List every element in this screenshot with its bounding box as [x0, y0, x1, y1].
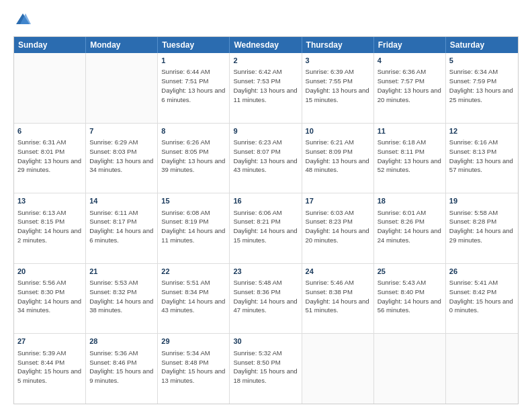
day-number: 10 — [306, 126, 370, 136]
calendar-row: 6Sunrise: 6:31 AM Sunset: 8:01 PM Daylig… — [14, 123, 518, 193]
day-info: Sunrise: 6:21 AM Sunset: 8:09 PM Dayligh… — [306, 138, 370, 175]
day-number: 24 — [306, 267, 370, 277]
logo — [13, 11, 35, 30]
day-number: 11 — [378, 126, 442, 136]
calendar-cell: 26Sunrise: 5:41 AM Sunset: 8:42 PM Dayli… — [446, 264, 518, 334]
day-info: Sunrise: 6:23 AM Sunset: 8:07 PM Dayligh… — [233, 138, 298, 175]
day-info: Sunrise: 6:42 AM Sunset: 7:53 PM Dayligh… — [233, 67, 298, 104]
day-info: Sunrise: 6:03 AM Sunset: 8:23 PM Dayligh… — [306, 208, 370, 245]
day-number: 14 — [89, 196, 154, 206]
calendar-cell: 4Sunrise: 6:36 AM Sunset: 7:57 PM Daylig… — [374, 53, 446, 123]
day-number: 9 — [233, 126, 298, 136]
calendar-cell: 24Sunrise: 5:46 AM Sunset: 8:38 PM Dayli… — [302, 264, 374, 334]
logo-icon — [13, 11, 32, 30]
day-info: Sunrise: 6:18 AM Sunset: 8:11 PM Dayligh… — [378, 138, 442, 175]
calendar-body: 1Sunrise: 6:44 AM Sunset: 7:51 PM Daylig… — [14, 53, 518, 404]
calendar-cell — [302, 334, 374, 404]
weekday-header: Friday — [374, 37, 446, 53]
day-info: Sunrise: 6:34 AM Sunset: 7:59 PM Dayligh… — [449, 67, 515, 104]
day-info: Sunrise: 5:58 AM Sunset: 8:28 PM Dayligh… — [449, 208, 515, 245]
day-info: Sunrise: 5:39 AM Sunset: 8:44 PM Dayligh… — [17, 349, 82, 385]
calendar-cell: 30Sunrise: 5:32 AM Sunset: 8:50 PM Dayli… — [230, 334, 302, 404]
day-number: 3 — [306, 56, 370, 66]
calendar-cell — [86, 53, 158, 123]
calendar-cell: 23Sunrise: 5:48 AM Sunset: 8:36 PM Dayli… — [230, 264, 302, 334]
day-info: Sunrise: 5:53 AM Sunset: 8:32 PM Dayligh… — [89, 278, 154, 315]
day-number: 29 — [161, 336, 226, 347]
calendar-cell: 5Sunrise: 6:34 AM Sunset: 7:59 PM Daylig… — [446, 53, 518, 123]
day-number: 22 — [161, 267, 226, 277]
day-number: 8 — [161, 126, 226, 136]
calendar-cell: 29Sunrise: 5:34 AM Sunset: 8:48 PM Dayli… — [158, 334, 230, 404]
calendar: SundayMondayTuesdayWednesdayThursdayFrid… — [13, 36, 519, 404]
calendar-cell: 13Sunrise: 6:13 AM Sunset: 8:15 PM Dayli… — [14, 193, 86, 263]
weekday-header: Sunday — [14, 37, 86, 53]
day-info: Sunrise: 5:34 AM Sunset: 8:48 PM Dayligh… — [161, 349, 226, 385]
calendar-cell — [374, 334, 446, 404]
calendar-cell: 27Sunrise: 5:39 AM Sunset: 8:44 PM Dayli… — [14, 334, 86, 404]
calendar-cell: 11Sunrise: 6:18 AM Sunset: 8:11 PM Dayli… — [374, 124, 446, 193]
day-number: 1 — [161, 56, 226, 66]
header — [13, 11, 519, 30]
calendar-cell: 22Sunrise: 5:51 AM Sunset: 8:34 PM Dayli… — [158, 264, 230, 334]
day-number: 27 — [17, 336, 82, 347]
calendar-cell: 14Sunrise: 6:11 AM Sunset: 8:17 PM Dayli… — [86, 193, 158, 263]
day-info: Sunrise: 6:36 AM Sunset: 7:57 PM Dayligh… — [378, 67, 442, 104]
day-number: 18 — [378, 196, 442, 206]
calendar-cell — [446, 334, 518, 404]
calendar-cell — [14, 53, 86, 123]
page: SundayMondayTuesdayWednesdayThursdayFrid… — [0, 0, 532, 411]
day-number: 15 — [161, 196, 226, 206]
weekday-header: Saturday — [446, 37, 518, 53]
day-number: 5 — [449, 56, 515, 66]
calendar-cell: 15Sunrise: 6:08 AM Sunset: 8:19 PM Dayli… — [158, 193, 230, 263]
day-info: Sunrise: 6:08 AM Sunset: 8:19 PM Dayligh… — [161, 208, 226, 245]
day-info: Sunrise: 5:56 AM Sunset: 8:30 PM Dayligh… — [17, 278, 82, 315]
day-number: 16 — [233, 196, 298, 206]
day-info: Sunrise: 6:13 AM Sunset: 8:15 PM Dayligh… — [17, 208, 82, 245]
calendar-cell: 25Sunrise: 5:43 AM Sunset: 8:40 PM Dayli… — [374, 264, 446, 334]
day-number: 12 — [449, 126, 515, 136]
day-info: Sunrise: 6:11 AM Sunset: 8:17 PM Dayligh… — [89, 208, 154, 245]
day-number: 30 — [233, 336, 298, 347]
day-number: 13 — [17, 196, 82, 206]
day-number: 26 — [449, 267, 515, 277]
calendar-cell: 9Sunrise: 6:23 AM Sunset: 8:07 PM Daylig… — [230, 124, 302, 193]
day-info: Sunrise: 6:29 AM Sunset: 8:03 PM Dayligh… — [89, 138, 154, 175]
day-info: Sunrise: 5:36 AM Sunset: 8:46 PM Dayligh… — [89, 349, 154, 385]
calendar-cell: 6Sunrise: 6:31 AM Sunset: 8:01 PM Daylig… — [14, 124, 86, 193]
day-info: Sunrise: 5:32 AM Sunset: 8:50 PM Dayligh… — [233, 349, 298, 385]
calendar-header-row: SundayMondayTuesdayWednesdayThursdayFrid… — [14, 37, 518, 53]
calendar-cell: 3Sunrise: 6:39 AM Sunset: 7:55 PM Daylig… — [302, 53, 374, 123]
day-info: Sunrise: 5:48 AM Sunset: 8:36 PM Dayligh… — [233, 278, 298, 315]
weekday-header: Wednesday — [230, 37, 302, 53]
weekday-header: Monday — [86, 37, 158, 53]
calendar-cell: 19Sunrise: 5:58 AM Sunset: 8:28 PM Dayli… — [446, 193, 518, 263]
calendar-cell: 1Sunrise: 6:44 AM Sunset: 7:51 PM Daylig… — [158, 53, 230, 123]
day-number: 17 — [306, 196, 370, 206]
day-number: 19 — [449, 196, 515, 206]
day-number: 25 — [378, 267, 442, 277]
calendar-cell: 12Sunrise: 6:16 AM Sunset: 8:13 PM Dayli… — [446, 124, 518, 193]
day-number: 23 — [233, 267, 298, 277]
day-number: 6 — [17, 126, 82, 136]
day-info: Sunrise: 6:26 AM Sunset: 8:05 PM Dayligh… — [161, 138, 226, 175]
calendar-row: 1Sunrise: 6:44 AM Sunset: 7:51 PM Daylig… — [14, 53, 518, 123]
day-info: Sunrise: 6:31 AM Sunset: 8:01 PM Dayligh… — [17, 138, 82, 175]
day-info: Sunrise: 6:06 AM Sunset: 8:21 PM Dayligh… — [233, 208, 298, 245]
weekday-header: Tuesday — [158, 37, 230, 53]
calendar-cell: 18Sunrise: 6:01 AM Sunset: 8:26 PM Dayli… — [374, 193, 446, 263]
calendar-cell: 8Sunrise: 6:26 AM Sunset: 8:05 PM Daylig… — [158, 124, 230, 193]
day-number: 21 — [89, 267, 154, 277]
calendar-cell: 21Sunrise: 5:53 AM Sunset: 8:32 PM Dayli… — [86, 264, 158, 334]
day-info: Sunrise: 6:44 AM Sunset: 7:51 PM Dayligh… — [161, 67, 226, 104]
day-info: Sunrise: 5:51 AM Sunset: 8:34 PM Dayligh… — [161, 278, 226, 315]
day-info: Sunrise: 5:41 AM Sunset: 8:42 PM Dayligh… — [449, 278, 515, 315]
day-number: 20 — [17, 267, 82, 277]
weekday-header: Thursday — [302, 37, 374, 53]
day-info: Sunrise: 6:16 AM Sunset: 8:13 PM Dayligh… — [449, 138, 515, 175]
calendar-cell: 10Sunrise: 6:21 AM Sunset: 8:09 PM Dayli… — [302, 124, 374, 193]
calendar-row: 13Sunrise: 6:13 AM Sunset: 8:15 PM Dayli… — [14, 193, 518, 263]
calendar-cell: 28Sunrise: 5:36 AM Sunset: 8:46 PM Dayli… — [86, 334, 158, 404]
calendar-cell: 20Sunrise: 5:56 AM Sunset: 8:30 PM Dayli… — [14, 264, 86, 334]
